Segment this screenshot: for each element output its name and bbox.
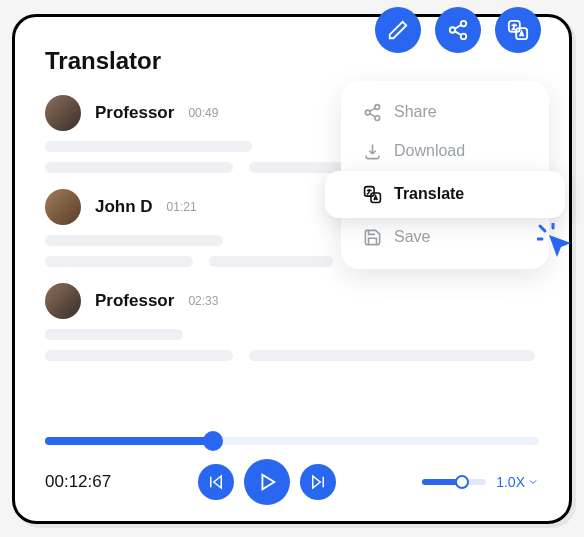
avatar: [45, 283, 81, 319]
page-title: Translator: [45, 47, 161, 75]
chevron-down-icon: [527, 476, 539, 488]
segment-timestamp: 00:49: [188, 106, 218, 120]
transcript-segment: Professor 02:33: [45, 283, 539, 361]
skip-forward-icon: [309, 473, 327, 491]
play-icon: [256, 471, 278, 493]
speaker-name: Professor: [95, 291, 174, 311]
speed-knob[interactable]: [455, 475, 469, 489]
segment-timestamp: 02:33: [188, 294, 218, 308]
speaker-name: Professor: [95, 103, 174, 123]
avatar: [45, 189, 81, 225]
svg-point-9: [375, 115, 380, 120]
header-actions: [375, 7, 541, 53]
svg-marker-20: [312, 476, 320, 488]
avatar: [45, 95, 81, 131]
svg-marker-17: [213, 476, 221, 488]
menu-item-translate[interactable]: Translate: [325, 171, 565, 218]
speaker-name: John D: [95, 197, 153, 217]
progress-knob[interactable]: [203, 431, 223, 451]
player-controls: 00:12:67 1.0X: [45, 459, 539, 505]
translate-icon: [363, 185, 382, 204]
segment-timestamp: 01:21: [167, 200, 197, 214]
share-icon: [363, 103, 382, 122]
play-button[interactable]: [244, 459, 290, 505]
download-icon: [363, 142, 382, 161]
pencil-icon: [387, 19, 409, 41]
svg-point-1: [450, 27, 456, 33]
menu-item-label: Download: [394, 142, 465, 160]
svg-point-2: [461, 33, 467, 38]
speed-control[interactable]: 1.0X: [422, 474, 539, 490]
progress-fill: [45, 437, 213, 445]
svg-line-3: [455, 24, 461, 28]
menu-item-label: Share: [394, 103, 437, 121]
svg-marker-19: [262, 474, 274, 489]
share-button[interactable]: [435, 7, 481, 53]
svg-line-10: [370, 108, 375, 111]
menu-item-label: Save: [394, 228, 430, 246]
transcript-placeholder: [45, 329, 539, 361]
svg-point-7: [375, 104, 380, 109]
context-menu: Share Download Translate Save: [341, 81, 549, 269]
translate-button[interactable]: [495, 7, 541, 53]
playback-progress[interactable]: [45, 437, 539, 445]
edit-button[interactable]: [375, 7, 421, 53]
header: Translator: [45, 41, 539, 75]
menu-item-share[interactable]: Share: [341, 93, 549, 132]
svg-point-8: [365, 110, 370, 115]
menu-item-download[interactable]: Download: [341, 132, 549, 171]
skip-back-icon: [207, 473, 225, 491]
speed-label[interactable]: 1.0X: [496, 474, 539, 490]
share-icon: [447, 19, 469, 41]
next-button[interactable]: [300, 464, 336, 500]
svg-line-11: [370, 113, 375, 116]
save-icon: [363, 228, 382, 247]
svg-line-4: [455, 31, 461, 35]
menu-item-save[interactable]: Save: [341, 218, 549, 257]
svg-point-0: [461, 20, 467, 26]
translate-icon: [507, 19, 529, 41]
prev-button[interactable]: [198, 464, 234, 500]
current-time: 00:12:67: [45, 472, 111, 492]
menu-item-label: Translate: [394, 185, 464, 203]
app-window: Translator Professor 00:49: [12, 14, 572, 524]
